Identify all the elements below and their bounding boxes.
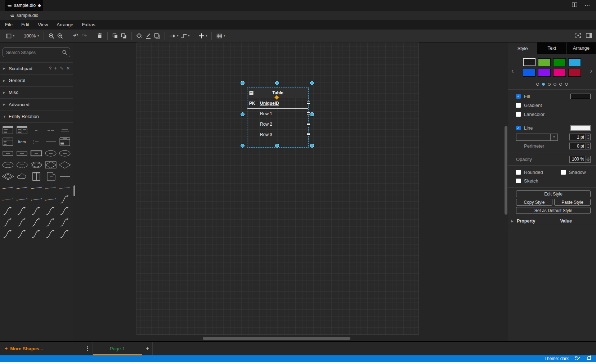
style-swatch[interactable] [553, 58, 566, 66]
fill-color-swatch[interactable] [570, 94, 591, 99]
selection-handle[interactable] [275, 144, 279, 148]
tab-text[interactable]: Text [537, 42, 566, 54]
tab-arrange[interactable]: Arrange [566, 42, 596, 54]
preset-page-dot[interactable] [548, 83, 551, 86]
fullscreen-icon[interactable] [575, 33, 581, 39]
connection-style-button[interactable]: ▾ [168, 31, 179, 41]
presets-next-icon[interactable]: › [590, 67, 592, 74]
shape-cloud[interactable] [15, 171, 30, 182]
delete-button[interactable] [95, 31, 104, 41]
shape-scurve[interactable] [29, 228, 44, 240]
shape-edge-dim[interactable] [1, 194, 15, 205]
shape-scurve[interactable] [29, 205, 44, 217]
help-icon[interactable]: ? [49, 66, 51, 71]
shape-entity[interactable] [1, 148, 15, 159]
opacity-stepper[interactable]: ▲▼ [586, 156, 591, 163]
set-default-style-button[interactable]: Set as Default Style [516, 207, 591, 214]
shape-table-form[interactable] [58, 136, 72, 148]
selection-handle[interactable] [241, 112, 245, 116]
zoom-level-dropdown[interactable]: 100% ▾ [22, 31, 40, 41]
vertical-scrollbar[interactable] [505, 126, 507, 215]
sketch-checkbox[interactable] [516, 179, 521, 183]
shape-scurve[interactable] [15, 228, 30, 240]
document-tab[interactable]: sample.dio [5, 0, 43, 11]
preset-page-dot[interactable] [542, 83, 545, 86]
shape-col-2[interactable] [29, 171, 44, 182]
menu-view[interactable]: View [33, 20, 52, 30]
style-swatch[interactable] [523, 69, 535, 77]
line-color-button[interactable] [144, 31, 153, 41]
undo-button[interactable]: ↶ [71, 31, 80, 41]
shape-edge[interactable] [15, 194, 30, 205]
drawing-canvas[interactable]: Table PK UniqueID Row 1Row 2Row 3 [73, 42, 508, 341]
shape-ellipse[interactable] [44, 148, 58, 159]
selection-handle[interactable] [310, 81, 314, 85]
style-swatch[interactable] [538, 58, 551, 66]
row-resize-handle[interactable] [307, 102, 310, 104]
diagram-page[interactable] [136, 42, 419, 335]
row-resize-handle[interactable] [307, 133, 310, 135]
table-insert-button[interactable]: ▾ [215, 31, 226, 41]
shape-scurve[interactable] [44, 228, 58, 240]
selection-handle[interactable] [310, 112, 314, 116]
shape-edge[interactable] [29, 182, 44, 194]
sidebar-section-general[interactable]: ▶General [0, 74, 73, 86]
shape-text-tiny[interactable] [29, 125, 44, 136]
shape-scurve[interactable] [1, 205, 15, 217]
shape-rect-x[interactable] [44, 159, 58, 171]
zoom-in-button[interactable] [47, 31, 56, 41]
shape-ellipse[interactable] [58, 148, 72, 159]
property-header[interactable]: ▶ Property Value [508, 217, 596, 225]
shape-edge[interactable] [29, 194, 44, 205]
feedback-icon[interactable] [574, 356, 581, 362]
shape-edge[interactable] [44, 194, 58, 205]
menu-edit[interactable]: Edit [17, 20, 33, 30]
shape-item-text[interactable]: Item [15, 136, 30, 148]
shape-table-striped[interactable] [1, 125, 15, 136]
line-checkbox[interactable]: ✓ [516, 126, 521, 130]
line-style-dropdown[interactable]: ▼ [516, 134, 558, 141]
close-icon[interactable]: ✕ [66, 66, 70, 71]
style-swatch[interactable] [568, 58, 581, 66]
style-swatch[interactable] [568, 69, 581, 77]
more-shapes-button[interactable]: + More Shapes... [0, 342, 73, 355]
style-swatch[interactable] [553, 69, 566, 77]
line-width-stepper[interactable]: ▲▼ [586, 134, 591, 140]
shape-note[interactable] [44, 171, 58, 182]
row-resize-handle[interactable] [307, 123, 310, 125]
menu-file[interactable]: File [1, 20, 17, 30]
line-width-input[interactable] [569, 134, 586, 140]
shape-edge[interactable] [1, 182, 15, 194]
shape-scurve[interactable] [58, 228, 72, 240]
shape-scurve[interactable] [29, 217, 44, 228]
shape-scurve[interactable] [44, 217, 58, 228]
shape-scurve[interactable] [44, 205, 58, 217]
to-front-button[interactable] [111, 31, 120, 41]
shape-ellipse-dash[interactable] [15, 159, 30, 171]
pages-menu-button[interactable] [83, 342, 92, 355]
page-tab[interactable]: Page-1 [93, 342, 142, 355]
waypoint-style-button[interactable]: ▾ [179, 31, 191, 41]
redo-button[interactable]: ↷ [80, 31, 89, 41]
row-resize-handle[interactable] [307, 112, 310, 115]
shape-entity-bold[interactable] [29, 148, 44, 159]
shape-ellipse-double[interactable] [29, 159, 44, 171]
edit-icon[interactable]: ✎ [60, 66, 63, 71]
add-page-button[interactable]: + [143, 342, 153, 355]
shape-diamond-double[interactable] [1, 171, 15, 182]
horizontal-scrollbar[interactable] [203, 337, 350, 340]
split-view-icon[interactable] [572, 3, 577, 8]
shape-scurve[interactable] [58, 217, 72, 228]
insert-button[interactable]: ▾ [197, 31, 208, 41]
shape-scurve[interactable] [58, 205, 72, 217]
search-shapes-input[interactable] [3, 48, 70, 57]
notifications-bell-icon[interactable] [586, 355, 592, 362]
sidebar-section-scratchpad[interactable]: ▶Scratchpad?+✎✕ [0, 62, 73, 74]
shape-entity[interactable] [15, 148, 30, 159]
shape-text-underline[interactable] [58, 125, 72, 136]
selection-handle[interactable] [310, 144, 314, 148]
lanecolor-checkbox[interactable] [516, 112, 521, 117]
style-swatch[interactable] [523, 58, 535, 66]
rounded-checkbox[interactable] [516, 170, 521, 175]
gradient-checkbox[interactable] [516, 103, 521, 108]
